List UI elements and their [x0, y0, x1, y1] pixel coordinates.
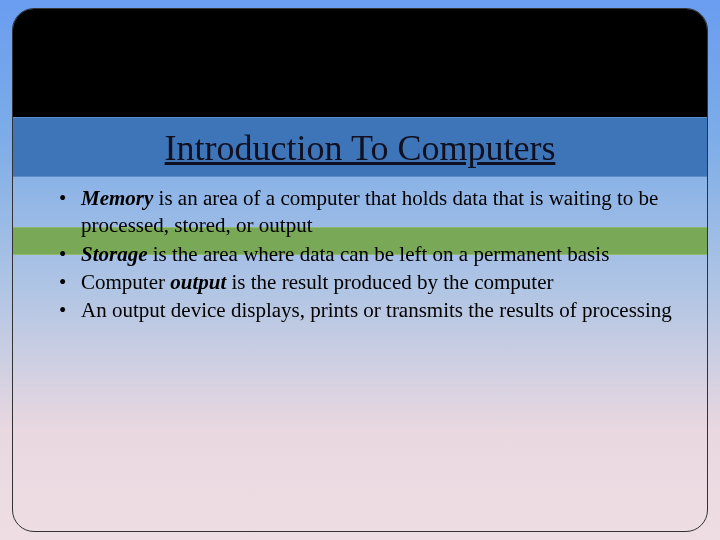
- list-item: Memory is an area of a computer that hol…: [51, 185, 677, 240]
- slide-body: Memory is an area of a computer that hol…: [51, 185, 677, 325]
- text: is the result produced by the computer: [226, 270, 553, 294]
- slide-inner: Introduction To Computers Memory is an a…: [12, 8, 708, 532]
- term: Memory: [81, 186, 153, 210]
- term: Storage: [81, 242, 148, 266]
- text: An output device displays, prints or tra…: [81, 298, 672, 322]
- list-item: Computer output is the result produced b…: [51, 269, 677, 296]
- term: output: [170, 270, 226, 294]
- list-item: An output device displays, prints or tra…: [51, 297, 677, 324]
- list-item: Storage is the area where data can be le…: [51, 241, 677, 268]
- slide: Introduction To Computers Memory is an a…: [0, 0, 720, 540]
- text: Computer: [81, 270, 170, 294]
- text: is an area of a computer that holds data…: [81, 186, 658, 237]
- bullet-list: Memory is an area of a computer that hol…: [51, 185, 677, 324]
- decor-black-band: [13, 9, 707, 117]
- slide-title: Introduction To Computers: [13, 127, 707, 169]
- text: is the area where data can be left on a …: [148, 242, 610, 266]
